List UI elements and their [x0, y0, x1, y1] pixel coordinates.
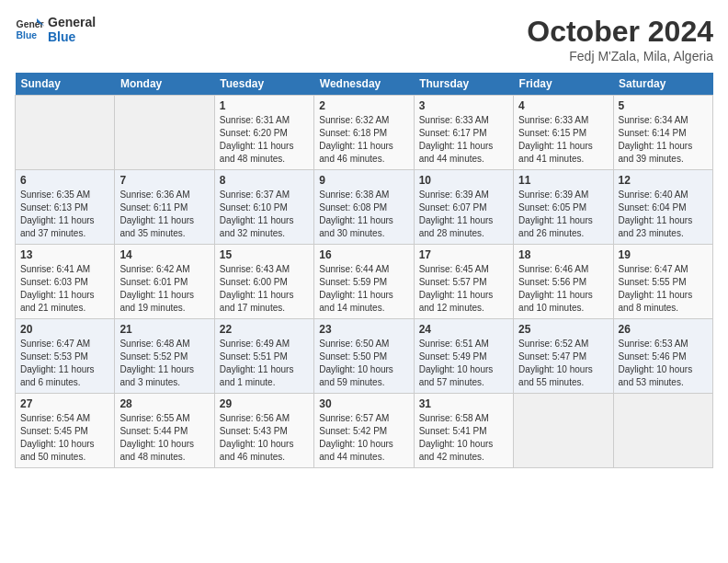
- day-number: 7: [119, 174, 209, 187]
- day-number: 14: [119, 248, 209, 261]
- day-info: Sunrise: 6:40 AM Sunset: 6:04 PM Dayligh…: [619, 189, 708, 240]
- day-info: Sunrise: 6:46 AM Sunset: 5:56 PM Dayligh…: [518, 263, 608, 315]
- day-cell: 5Sunrise: 6:34 AM Sunset: 6:14 PM Daylig…: [613, 96, 712, 170]
- day-info: Sunrise: 6:34 AM Sunset: 6:14 PM Dayligh…: [619, 114, 708, 166]
- day-cell: 23Sunrise: 6:50 AM Sunset: 5:50 PM Dayli…: [314, 319, 414, 394]
- logo-line2: Blue: [48, 29, 96, 44]
- day-number: 13: [20, 248, 109, 261]
- day-number: 9: [319, 174, 408, 187]
- day-cell: 7Sunrise: 6:36 AM Sunset: 6:11 PM Daylig…: [115, 170, 214, 245]
- day-info: Sunrise: 6:31 AM Sunset: 6:20 PM Dayligh…: [220, 114, 309, 166]
- day-cell: 24Sunrise: 6:51 AM Sunset: 5:49 PM Dayli…: [414, 319, 513, 394]
- day-number: 25: [518, 323, 608, 336]
- day-info: Sunrise: 6:53 AM Sunset: 5:46 PM Dayligh…: [619, 338, 708, 389]
- week-row-4: 27Sunrise: 6:54 AM Sunset: 5:45 PM Dayli…: [16, 394, 713, 468]
- logo-line1: General: [48, 15, 96, 29]
- day-number: 20: [20, 323, 109, 336]
- day-info: Sunrise: 6:39 AM Sunset: 6:05 PM Dayligh…: [518, 189, 608, 240]
- day-cell: 25Sunrise: 6:52 AM Sunset: 5:47 PM Dayli…: [514, 319, 613, 394]
- week-row-2: 13Sunrise: 6:41 AM Sunset: 6:03 PM Dayli…: [16, 245, 713, 319]
- day-info: Sunrise: 6:38 AM Sunset: 6:08 PM Dayligh…: [319, 189, 408, 240]
- day-info: Sunrise: 6:50 AM Sunset: 5:50 PM Dayligh…: [319, 338, 408, 389]
- day-cell: 18Sunrise: 6:46 AM Sunset: 5:56 PM Dayli…: [514, 245, 613, 319]
- location-subtitle: Fedj M'Zala, Mila, Algeria: [527, 49, 713, 63]
- day-cell: 4Sunrise: 6:33 AM Sunset: 6:15 PM Daylig…: [514, 96, 613, 170]
- day-number: 22: [220, 323, 309, 336]
- day-number: 17: [419, 248, 508, 261]
- week-row-3: 20Sunrise: 6:47 AM Sunset: 5:53 PM Dayli…: [16, 319, 713, 394]
- day-number: 18: [518, 248, 608, 261]
- day-number: 23: [319, 323, 408, 336]
- day-number: 15: [220, 248, 309, 261]
- day-info: Sunrise: 6:42 AM Sunset: 6:01 PM Dayligh…: [119, 263, 209, 315]
- day-number: 19: [619, 248, 708, 261]
- day-cell: 1Sunrise: 6:31 AM Sunset: 6:20 PM Daylig…: [214, 96, 313, 170]
- header-wednesday: Wednesday: [314, 73, 414, 96]
- day-cell: 21Sunrise: 6:48 AM Sunset: 5:52 PM Dayli…: [115, 319, 214, 394]
- day-info: Sunrise: 6:45 AM Sunset: 5:57 PM Dayligh…: [419, 263, 508, 315]
- day-info: Sunrise: 6:44 AM Sunset: 5:59 PM Dayligh…: [319, 263, 408, 315]
- day-number: 1: [220, 99, 309, 112]
- day-cell: 2Sunrise: 6:32 AM Sunset: 6:18 PM Daylig…: [314, 96, 414, 170]
- day-number: 27: [20, 397, 109, 410]
- day-number: 2: [319, 99, 408, 112]
- day-number: 31: [419, 397, 508, 410]
- day-cell: 17Sunrise: 6:45 AM Sunset: 5:57 PM Dayli…: [414, 245, 513, 319]
- week-row-0: 1Sunrise: 6:31 AM Sunset: 6:20 PM Daylig…: [16, 96, 713, 170]
- day-cell: 13Sunrise: 6:41 AM Sunset: 6:03 PM Dayli…: [16, 245, 115, 319]
- header-thursday: Thursday: [414, 73, 513, 96]
- logo-icon: General Blue: [15, 15, 44, 44]
- day-info: Sunrise: 6:47 AM Sunset: 5:53 PM Dayligh…: [20, 338, 109, 389]
- day-cell: [613, 394, 712, 468]
- day-info: Sunrise: 6:58 AM Sunset: 5:41 PM Dayligh…: [419, 412, 508, 464]
- day-cell: 3Sunrise: 6:33 AM Sunset: 6:17 PM Daylig…: [414, 96, 513, 170]
- day-info: Sunrise: 6:41 AM Sunset: 6:03 PM Dayligh…: [20, 263, 109, 315]
- day-cell: 29Sunrise: 6:56 AM Sunset: 5:43 PM Dayli…: [214, 394, 313, 468]
- day-number: 30: [319, 397, 408, 410]
- day-cell: 31Sunrise: 6:58 AM Sunset: 5:41 PM Dayli…: [414, 394, 513, 468]
- day-cell: 16Sunrise: 6:44 AM Sunset: 5:59 PM Dayli…: [314, 245, 414, 319]
- page-header: General Blue General Blue October 2024 F…: [15, 15, 713, 63]
- day-cell: [16, 96, 115, 170]
- day-number: 8: [220, 174, 309, 187]
- day-cell: 22Sunrise: 6:49 AM Sunset: 5:51 PM Dayli…: [214, 319, 313, 394]
- day-info: Sunrise: 6:35 AM Sunset: 6:13 PM Dayligh…: [20, 189, 109, 240]
- day-number: 12: [619, 174, 708, 187]
- day-info: Sunrise: 6:36 AM Sunset: 6:11 PM Dayligh…: [119, 189, 209, 240]
- day-number: 11: [518, 174, 608, 187]
- day-cell: 12Sunrise: 6:40 AM Sunset: 6:04 PM Dayli…: [613, 170, 712, 245]
- day-info: Sunrise: 6:37 AM Sunset: 6:10 PM Dayligh…: [220, 189, 309, 240]
- day-cell: 26Sunrise: 6:53 AM Sunset: 5:46 PM Dayli…: [613, 319, 712, 394]
- day-cell: 11Sunrise: 6:39 AM Sunset: 6:05 PM Dayli…: [514, 170, 613, 245]
- day-info: Sunrise: 6:57 AM Sunset: 5:42 PM Dayligh…: [319, 412, 408, 464]
- day-number: 3: [419, 99, 508, 112]
- day-info: Sunrise: 6:39 AM Sunset: 6:07 PM Dayligh…: [419, 189, 508, 240]
- day-info: Sunrise: 6:43 AM Sunset: 6:00 PM Dayligh…: [220, 263, 309, 315]
- day-cell: 30Sunrise: 6:57 AM Sunset: 5:42 PM Dayli…: [314, 394, 414, 468]
- day-cell: [115, 96, 214, 170]
- day-info: Sunrise: 6:47 AM Sunset: 5:55 PM Dayligh…: [619, 263, 708, 315]
- day-info: Sunrise: 6:56 AM Sunset: 5:43 PM Dayligh…: [220, 412, 309, 464]
- day-info: Sunrise: 6:33 AM Sunset: 6:17 PM Dayligh…: [419, 114, 508, 166]
- day-info: Sunrise: 6:51 AM Sunset: 5:49 PM Dayligh…: [419, 338, 508, 389]
- calendar-table: SundayMondayTuesdayWednesdayThursdayFrid…: [15, 73, 713, 468]
- week-row-1: 6Sunrise: 6:35 AM Sunset: 6:13 PM Daylig…: [16, 170, 713, 245]
- day-cell: 10Sunrise: 6:39 AM Sunset: 6:07 PM Dayli…: [414, 170, 513, 245]
- header-saturday: Saturday: [613, 73, 712, 96]
- day-number: 16: [319, 248, 408, 261]
- day-number: 28: [119, 397, 209, 410]
- header-row: SundayMondayTuesdayWednesdayThursdayFrid…: [16, 73, 713, 96]
- month-title: October 2024: [527, 15, 713, 49]
- day-number: 10: [419, 174, 508, 187]
- header-friday: Friday: [514, 73, 613, 96]
- day-cell: 27Sunrise: 6:54 AM Sunset: 5:45 PM Dayli…: [16, 394, 115, 468]
- day-number: 24: [419, 323, 508, 336]
- day-info: Sunrise: 6:52 AM Sunset: 5:47 PM Dayligh…: [518, 338, 608, 389]
- svg-text:Blue: Blue: [17, 30, 38, 40]
- day-number: 29: [220, 397, 309, 410]
- day-info: Sunrise: 6:32 AM Sunset: 6:18 PM Dayligh…: [319, 114, 408, 166]
- day-info: Sunrise: 6:48 AM Sunset: 5:52 PM Dayligh…: [119, 338, 209, 389]
- day-cell: 8Sunrise: 6:37 AM Sunset: 6:10 PM Daylig…: [214, 170, 313, 245]
- day-cell: 20Sunrise: 6:47 AM Sunset: 5:53 PM Dayli…: [16, 319, 115, 394]
- day-number: 6: [20, 174, 109, 187]
